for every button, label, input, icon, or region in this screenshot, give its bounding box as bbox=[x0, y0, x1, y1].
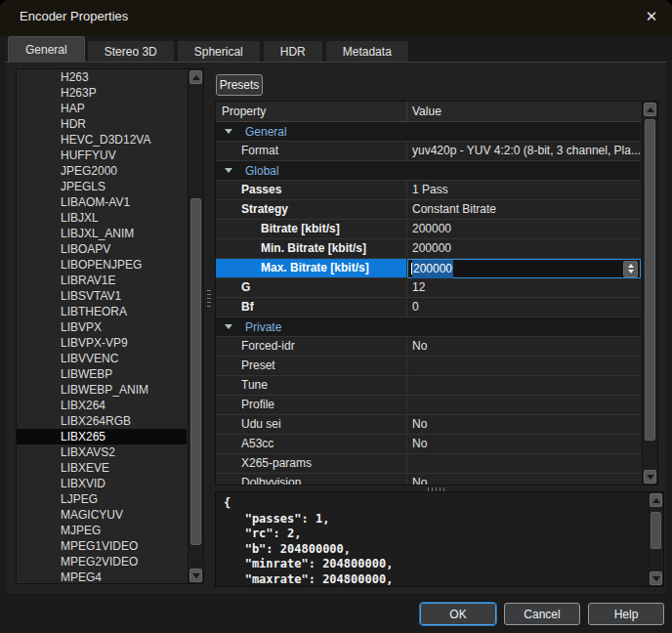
scroll-down-button[interactable] bbox=[189, 569, 202, 582]
property-cell[interactable]: Forced-idr bbox=[216, 337, 407, 356]
list-item[interactable]: MPEG4 bbox=[17, 570, 187, 584]
list-item[interactable]: LJPEG bbox=[17, 491, 187, 507]
expand-arrow-icon[interactable] bbox=[225, 168, 232, 173]
list-item[interactable]: HAP bbox=[17, 101, 187, 116]
property-cell[interactable]: Preset bbox=[216, 357, 407, 375]
group-row[interactable]: General bbox=[216, 122, 641, 142]
scroll-up-button[interactable] bbox=[189, 70, 202, 84]
list-item[interactable]: LIBJXL_ANIM bbox=[17, 226, 187, 241]
property-row[interactable]: Profile bbox=[216, 396, 641, 415]
tab-spherical[interactable]: Spherical bbox=[177, 40, 261, 62]
spin-up-icon[interactable] bbox=[628, 264, 634, 268]
property-row[interactable]: Udu seiNo bbox=[216, 415, 641, 435]
property-cell[interactable]: A53cc bbox=[216, 435, 407, 453]
spin-down-icon[interactable] bbox=[628, 270, 634, 274]
tab-general[interactable]: General bbox=[8, 36, 85, 62]
list-item[interactable]: LIBVPX-VP9 bbox=[17, 335, 187, 351]
list-item[interactable]: LIBVPX bbox=[17, 319, 187, 335]
list-item[interactable]: MPEG2VIDEO bbox=[17, 554, 187, 570]
encoder-list-scrollbar[interactable] bbox=[188, 69, 203, 583]
spinbox[interactable]: 200000 bbox=[407, 259, 641, 278]
property-row[interactable]: Formatyuv420p - YUV 4:2:0 (8-bit, 3 chan… bbox=[216, 142, 641, 161]
list-item[interactable]: HDR bbox=[17, 116, 187, 132]
list-item[interactable]: LIBAOM-AV1 bbox=[17, 194, 187, 210]
list-item[interactable]: HUFFYUV bbox=[17, 148, 187, 163]
group-row[interactable]: Private bbox=[216, 317, 641, 337]
list-item[interactable]: LIBXAVS2 bbox=[17, 444, 187, 460]
value-cell[interactable]: 200000 bbox=[407, 220, 641, 238]
list-item[interactable]: LIBX264RGB bbox=[17, 413, 187, 429]
list-item[interactable]: LIBJXL bbox=[17, 210, 187, 226]
property-row[interactable]: G12 bbox=[216, 278, 641, 298]
property-row[interactable]: X265-params bbox=[216, 454, 641, 474]
list-item[interactable]: LIBSVTAV1 bbox=[17, 288, 187, 304]
list-item[interactable]: LIBRAV1E bbox=[17, 273, 187, 288]
property-cell[interactable]: G bbox=[216, 278, 407, 297]
expand-arrow-icon[interactable] bbox=[225, 324, 232, 329]
list-item[interactable]: LIBTHEORA bbox=[17, 304, 187, 319]
list-item[interactable]: LIBOPENJPEG bbox=[17, 257, 187, 273]
property-row[interactable]: Max. Bitrate [kbit/s]200000 bbox=[216, 259, 641, 278]
property-table[interactable]: Property Value GeneralFormatyuv420p - YU… bbox=[215, 101, 658, 485]
property-cell[interactable]: Bf bbox=[216, 298, 407, 316]
value-cell[interactable]: 0 bbox=[407, 298, 641, 316]
property-cell[interactable]: Dolbyvision bbox=[216, 474, 407, 485]
property-row[interactable]: DolbyvisionNo bbox=[216, 474, 641, 485]
value-cell[interactable]: No bbox=[407, 415, 641, 434]
scroll-up-button[interactable] bbox=[644, 103, 656, 116]
list-item[interactable]: LIBX265 bbox=[17, 429, 187, 444]
list-item[interactable]: JPEGLS bbox=[17, 179, 187, 194]
encoder-list[interactable]: H263H263PHAPHDRHEVC_D3D12VAHUFFYUVJPEG20… bbox=[16, 68, 204, 584]
property-cell[interactable]: Udu sei bbox=[216, 415, 407, 434]
list-item[interactable]: LIBVVENC bbox=[17, 351, 187, 366]
list-item[interactable]: H263 bbox=[17, 69, 187, 85]
property-row[interactable]: Forced-idrNo bbox=[216, 337, 641, 357]
list-item[interactable]: MAGICYUV bbox=[17, 507, 187, 523]
value-cell[interactable] bbox=[407, 376, 641, 395]
scrollbar-thumb[interactable] bbox=[190, 198, 201, 545]
tab-hdr[interactable]: HDR bbox=[263, 40, 323, 62]
value-cell[interactable]: No bbox=[407, 337, 641, 356]
group-row[interactable]: Global bbox=[216, 161, 641, 181]
value-cell[interactable] bbox=[407, 357, 641, 375]
cancel-button[interactable]: Cancel bbox=[504, 603, 580, 625]
tab-stereo-3d[interactable]: Stereo 3D bbox=[87, 40, 175, 62]
list-item[interactable]: H263P bbox=[17, 85, 187, 101]
list-item[interactable]: HEVC_D3D12VA bbox=[17, 132, 187, 148]
value-cell[interactable]: 12 bbox=[407, 278, 641, 297]
property-table-scrollbar[interactable] bbox=[642, 102, 657, 485]
property-cell[interactable]: Tune bbox=[216, 376, 407, 395]
close-button[interactable]: ✕ bbox=[637, 3, 666, 30]
property-cell[interactable]: Format bbox=[216, 142, 407, 160]
property-row[interactable]: Bitrate [kbit/s]200000 bbox=[216, 220, 641, 239]
property-row[interactable]: Tune bbox=[216, 376, 641, 396]
list-item[interactable]: LIBWEBP bbox=[17, 366, 187, 382]
property-cell[interactable]: Passes bbox=[216, 181, 407, 199]
property-row[interactable]: Passes1 Pass bbox=[216, 181, 641, 200]
property-row[interactable]: Min. Bitrate [kbit/s]200000 bbox=[216, 239, 641, 259]
list-item[interactable]: LIBOAPV bbox=[17, 241, 187, 257]
scroll-up-button[interactable] bbox=[650, 493, 662, 507]
expand-arrow-icon[interactable] bbox=[225, 129, 232, 134]
property-cell[interactable]: Profile bbox=[216, 396, 407, 414]
ok-button[interactable]: OK bbox=[420, 603, 496, 625]
value-cell[interactable]: 1 Pass bbox=[407, 181, 641, 199]
json-preview-scrollbar[interactable] bbox=[648, 492, 663, 586]
tab-metadata[interactable]: Metadata bbox=[325, 40, 409, 62]
list-item[interactable]: LIBWEBP_ANIM bbox=[17, 382, 187, 398]
list-item[interactable]: MPEG1VIDEO bbox=[17, 538, 187, 554]
property-cell[interactable]: Max. Bitrate [kbit/s] bbox=[216, 259, 407, 277]
list-item[interactable]: LIBX264 bbox=[17, 398, 187, 413]
scrollbar-thumb[interactable] bbox=[645, 119, 655, 441]
help-button[interactable]: Help bbox=[588, 603, 664, 625]
value-cell[interactable]: No bbox=[407, 474, 641, 485]
value-cell[interactable]: 200000 bbox=[407, 239, 641, 258]
scrollbar-thumb[interactable] bbox=[651, 512, 661, 549]
property-cell[interactable]: Min. Bitrate [kbit/s] bbox=[216, 239, 407, 258]
property-row[interactable]: A53ccNo bbox=[216, 435, 641, 454]
value-cell[interactable]: Constant Bitrate bbox=[407, 200, 641, 219]
scroll-down-button[interactable] bbox=[644, 470, 656, 484]
property-cell[interactable]: Strategy bbox=[216, 200, 407, 219]
property-row[interactable]: Bf0 bbox=[216, 298, 641, 317]
list-item[interactable]: MJPEG bbox=[17, 523, 187, 538]
